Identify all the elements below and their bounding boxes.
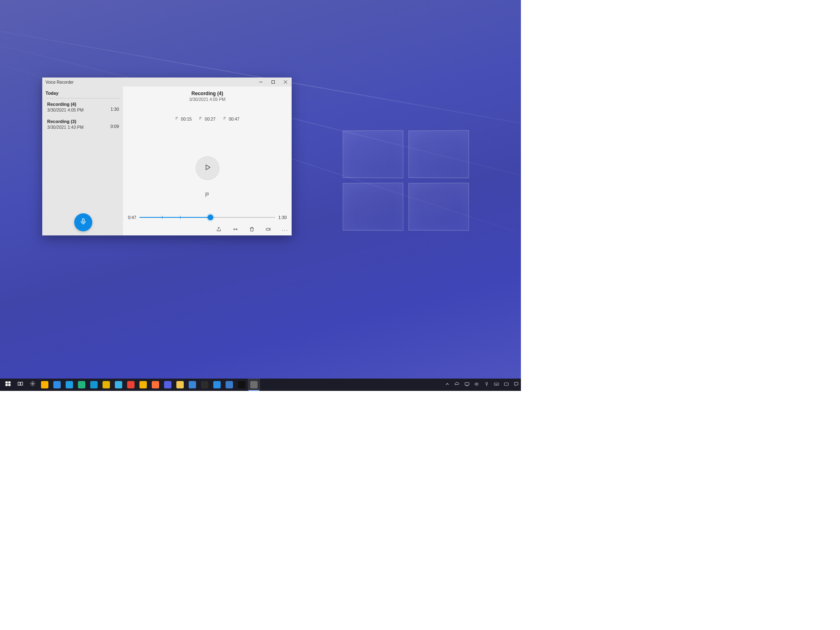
svg-rect-4: [82, 219, 84, 222]
task-view-icon: [17, 381, 23, 388]
gear-icon: [30, 381, 36, 388]
rename-button[interactable]: [265, 226, 272, 234]
svg-rect-13: [8, 381, 11, 383]
onedrive-icon: [213, 381, 221, 388]
taskbar-item-cmd[interactable]: [235, 379, 248, 391]
add-marker-button[interactable]: [203, 191, 212, 201]
more-button[interactable]: ···: [281, 226, 289, 234]
recordings-sidebar: Today Recording (4)3/30/2021 4:05 PM1:30…: [42, 87, 123, 235]
tray-chevron-up[interactable]: [444, 381, 450, 388]
voice-recorder-window: Voice Recorder Today Recording (4)3/30/2…: [42, 78, 292, 235]
taskbar-item-chrome-canary[interactable]: [137, 379, 149, 391]
delete-button[interactable]: [248, 226, 256, 234]
taskbar-item-settings[interactable]: [26, 379, 39, 391]
marker-time: 00:15: [181, 116, 192, 121]
taskbar-item-chrome[interactable]: [125, 379, 137, 391]
tray-keyboard[interactable]: [493, 381, 500, 388]
recording-item-title: Recording (3): [47, 119, 120, 124]
cast-icon: [464, 381, 470, 388]
total-label: 1:30: [278, 215, 287, 220]
store-icon: [41, 381, 48, 388]
recording-list-item[interactable]: Recording (4)3/30/2021 4:05 PM1:30: [42, 98, 123, 116]
svg-point-18: [32, 383, 33, 385]
phone-icon: [53, 381, 61, 388]
tray-cast[interactable]: [463, 381, 470, 388]
taskbar-item-onedrive[interactable]: [211, 379, 223, 391]
marker[interactable]: 00:15: [175, 116, 192, 121]
taskbar-item-voice-recorder[interactable]: [248, 379, 260, 391]
seek-slider[interactable]: [139, 215, 275, 220]
microphone-icon: [80, 218, 87, 227]
minimize-button[interactable]: [255, 78, 267, 87]
keyboard-icon: [494, 381, 499, 388]
taskbar-item-edge-canary[interactable]: [100, 379, 112, 391]
svg-marker-21: [475, 382, 477, 386]
flag-icon: [205, 192, 210, 199]
taskbar-item-terminal[interactable]: [199, 379, 211, 391]
svg-rect-28: [504, 383, 508, 386]
taskbar-item-edge-beta[interactable]: [88, 379, 100, 391]
svg-marker-6: [206, 165, 210, 170]
svg-rect-14: [5, 384, 8, 386]
tray-power[interactable]: [483, 381, 490, 388]
taskbar-item-file-explorer[interactable]: [174, 379, 186, 391]
taskbar-item-store[interactable]: [39, 379, 51, 391]
onedrive-icon: [454, 381, 460, 388]
cmd-icon: [238, 381, 245, 388]
recording-item-title: Recording (4): [47, 102, 120, 107]
recording-item-subtitle: 3/30/2021 4:05 PM: [47, 107, 120, 112]
flag-icon: [223, 116, 227, 121]
edge-canary-icon: [103, 381, 110, 388]
record-button[interactable]: [74, 213, 92, 231]
svg-rect-10: [266, 228, 269, 231]
tray-volume[interactable]: [473, 381, 480, 388]
taskbar-item-firefox[interactable]: [149, 379, 162, 391]
desktop: Voice Recorder Today Recording (4)3/30/2…: [0, 0, 521, 391]
power-icon: [484, 381, 489, 388]
marker[interactable]: 00:27: [199, 116, 215, 121]
firefox-dev-icon: [164, 381, 171, 388]
svg-rect-15: [8, 384, 11, 386]
edge-beta-icon: [90, 381, 98, 388]
action-row: ···: [215, 226, 289, 234]
maximize-button[interactable]: [267, 78, 279, 87]
svg-rect-1: [272, 81, 275, 84]
window-controls: [255, 78, 292, 87]
titlebar[interactable]: Voice Recorder: [42, 78, 292, 87]
photos-icon: [226, 381, 233, 388]
taskbar-item-edge[interactable]: [63, 379, 75, 391]
taskbar-item-photos[interactable]: [223, 379, 235, 391]
play-icon: [204, 164, 211, 173]
chevron-up-icon: [445, 381, 450, 388]
taskbar-item-edge-dev[interactable]: [75, 379, 88, 391]
rename-icon: [265, 226, 271, 234]
taskbar-item-phone[interactable]: [51, 379, 63, 391]
marker[interactable]: 00:47: [223, 116, 240, 121]
tray-action-center[interactable]: [513, 381, 519, 388]
svg-rect-12: [5, 381, 8, 383]
volume-icon: [474, 381, 479, 388]
ellipsis-icon: ···: [282, 227, 288, 233]
taskbar-item-task-view[interactable]: [14, 379, 26, 391]
taskbar-item-mail[interactable]: [186, 379, 199, 391]
recording-detail: Recording (4) 3/30/2021 4:05 PM 00:1500:…: [123, 87, 292, 235]
marker-time: 00:27: [205, 116, 215, 121]
position-label: 0:47: [128, 215, 136, 220]
mail-icon: [189, 381, 196, 388]
close-button[interactable]: [279, 78, 292, 87]
tray-language[interactable]: [503, 381, 509, 388]
marker-time: 00:47: [229, 116, 240, 121]
taskbar-item-edge-classic[interactable]: [112, 379, 125, 391]
chrome-icon: [127, 381, 135, 388]
trim-icon: [233, 226, 238, 234]
tray-onedrive[interactable]: [454, 381, 460, 388]
action-center-icon: [514, 381, 519, 388]
share-button[interactable]: [215, 226, 223, 234]
taskbar-item-start[interactable]: [2, 379, 14, 391]
recording-list-item[interactable]: Recording (3)3/30/2021 1:43 PM0:09: [42, 116, 123, 133]
taskbar-item-firefox-dev[interactable]: [162, 379, 174, 391]
trim-button[interactable]: [232, 226, 239, 234]
windows-icon: [5, 381, 11, 388]
play-button[interactable]: [196, 156, 219, 180]
terminal-icon: [201, 381, 208, 388]
